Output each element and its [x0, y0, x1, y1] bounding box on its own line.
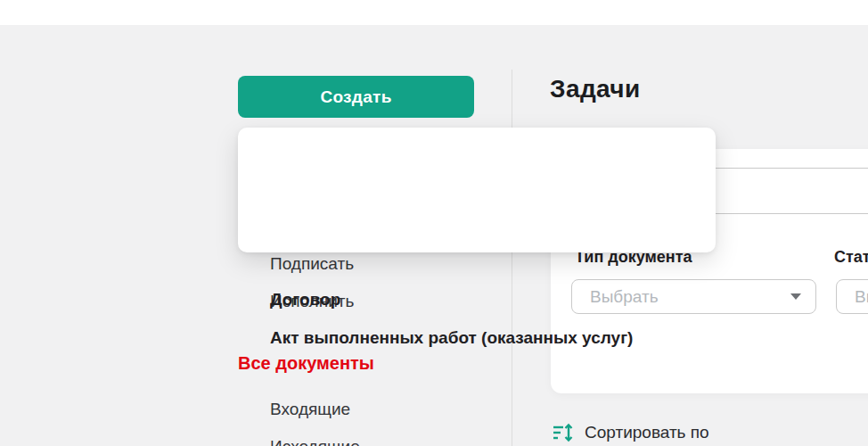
document-type-select-placeholder: Выбрать — [590, 287, 659, 307]
sidebar-item-all-documents[interactable]: Все документы — [238, 352, 374, 374]
status-select-placeholder: Выбрать — [855, 287, 868, 307]
sort-icon — [551, 421, 574, 444]
chevron-down-icon — [790, 293, 801, 300]
sidebar-content-divider — [512, 70, 512, 446]
menu-item-contract[interactable]: Договор — [270, 289, 340, 310]
filter-label-status: Статус — [834, 248, 868, 267]
document-type-select[interactable]: Выбрать — [571, 279, 816, 314]
menu-item-completed-works-act[interactable]: Акт выполненных работ (оказанных услуг) — [270, 327, 633, 349]
sidebar-item-outgoing[interactable]: Исходящие — [270, 436, 360, 446]
sort-label: Сортировать по — [585, 423, 709, 442]
sort-control[interactable]: Сортировать по — [551, 421, 709, 444]
create-dropdown-menu: Договор Акт выполненных работ (оказанных… — [238, 128, 716, 252]
create-button[interactable]: Создать — [238, 76, 474, 118]
app-screen: Подписать Исполнить Все документы Входящ… — [0, 0, 868, 446]
status-select[interactable]: Выбрать — [836, 279, 868, 314]
top-bar — [0, 0, 868, 25]
page-title: Задачи — [550, 75, 641, 103]
sidebar-item-sign[interactable]: Подписать — [270, 253, 354, 275]
sidebar-item-incoming[interactable]: Входящие — [270, 399, 350, 420]
